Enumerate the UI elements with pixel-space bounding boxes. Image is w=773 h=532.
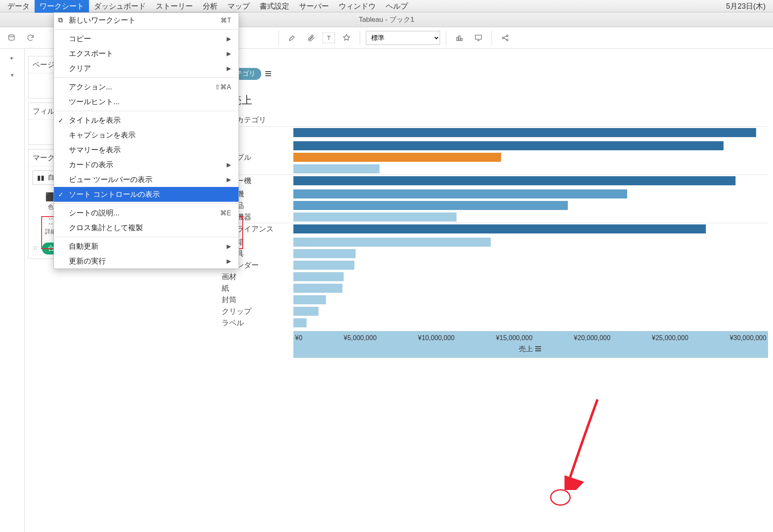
menu-item[interactable]: 更新の実行▶ — [54, 254, 239, 268]
mac-menubar: データ ワークシート ダッシュボード ストーリー 分析 マップ 書式設定 サーバ… — [0, 0, 773, 12]
menu-item[interactable]: 自動更新▶ — [54, 239, 239, 254]
sort-indicator-icon[interactable] — [265, 71, 273, 77]
bar[interactable] — [293, 307, 319, 316]
data-pane-icon[interactable]: ▸ — [7, 52, 18, 63]
share-icon[interactable] — [498, 30, 513, 45]
datasource-icon[interactable] — [4, 30, 19, 45]
annotation-circle — [550, 489, 571, 506]
category-label — [153, 317, 219, 329]
analytics-pane-icon[interactable]: ▾ — [7, 69, 18, 81]
menu-item[interactable]: ビュー ツールバーの表示▶ — [54, 172, 239, 187]
columns-shelf[interactable]: 合計(売上) — [153, 52, 763, 64]
worksheet-menu: ⧉新しいワークシート⌘Tコピー▶エクスポート▶クリア▶アクション...⇧⌘Aツー… — [54, 12, 239, 269]
rows-shelf[interactable]: ▦カテゴリ ▦サブカテゴリ — [153, 68, 763, 80]
highlight-icon[interactable] — [285, 30, 300, 45]
bar-cell — [293, 271, 768, 282]
menu-format[interactable]: 書式設定 — [255, 0, 294, 13]
left-strip: ▸ ▾ — [0, 49, 25, 532]
category-label — [153, 306, 219, 317]
window-title: Tableau - ブック1 — [358, 15, 414, 24]
axis-tick: ¥5,000,000 — [344, 334, 377, 342]
submenu-arrow-icon: ▶ — [227, 50, 231, 57]
menu-data[interactable]: データ — [2, 0, 35, 13]
subcategory-label: ラベル — [219, 317, 293, 329]
menu-story[interactable]: ストーリー — [151, 0, 198, 13]
bar[interactable] — [293, 141, 724, 150]
bar-cell — [293, 175, 768, 186]
axis-tick: ¥25,000,000 — [652, 334, 689, 342]
x-axis[interactable]: ¥0¥5,000,000¥10,000,000¥15,000,000¥20,00… — [293, 331, 768, 358]
text-icon[interactable]: T — [323, 33, 335, 43]
bar[interactable] — [293, 238, 491, 247]
menu-analysis[interactable]: 分析 — [198, 0, 223, 13]
submenu-arrow-icon: ▶ — [227, 176, 231, 183]
bar[interactable] — [293, 176, 736, 185]
bar[interactable] — [293, 318, 307, 327]
axis-title: 売上 — [519, 344, 533, 354]
menu-item[interactable]: ⧉新しいワークシート⌘T — [54, 13, 239, 28]
bar[interactable] — [293, 164, 379, 173]
refresh-icon[interactable] — [23, 30, 38, 45]
bar-cell — [293, 152, 768, 163]
menu-item[interactable]: ツールヒント... — [54, 94, 239, 109]
bar[interactable] — [293, 224, 706, 233]
menu-window[interactable]: ウィンドウ — [334, 0, 381, 13]
menu-map[interactable]: マップ — [223, 0, 255, 13]
bar[interactable] — [293, 212, 457, 222]
presentation-icon[interactable] — [471, 30, 486, 45]
menu-help[interactable]: ヘルプ — [381, 0, 413, 13]
svg-rect-3 — [461, 38, 462, 40]
menu-worksheet[interactable]: ワークシート — [35, 0, 89, 13]
sheet-title[interactable]: サブカテゴリ別売上 — [153, 93, 768, 107]
detail-icon: ⁚⁚ — [48, 217, 53, 226]
axis-sort-icon[interactable] — [535, 346, 543, 352]
axis-tick: ¥0 — [295, 334, 302, 342]
check-icon: ✓ — [58, 117, 63, 124]
menu-item[interactable]: アクション...⇧⌘A — [54, 79, 239, 94]
category-label — [153, 271, 219, 282]
menu-item[interactable]: キャプションを表示 — [54, 128, 239, 142]
check-icon: ✓ — [58, 191, 63, 198]
view-area: 合計(売上) ▦カテゴリ ▦サブカテゴリ サブカテゴリ別売上 カテゴリ サブカテ… — [148, 49, 773, 532]
menu-item[interactable]: クロス集計として複製 — [54, 220, 239, 235]
bar[interactable] — [293, 249, 356, 258]
submenu-arrow-icon: ▶ — [227, 161, 231, 168]
menu-item[interactable]: ✓ソート コントロールの表示 — [54, 187, 239, 202]
bar-cell — [293, 140, 768, 152]
menu-item[interactable]: コピー▶ — [54, 31, 239, 46]
axis-tick: ¥15,000,000 — [496, 334, 532, 342]
bar-cell — [293, 223, 768, 234]
bar[interactable] — [293, 284, 342, 293]
subcategory-label: クリップ — [219, 306, 293, 317]
bar[interactable] — [293, 261, 354, 270]
menu-item[interactable]: エクスポート▶ — [54, 46, 239, 61]
menu-dashboard[interactable]: ダッシュボード — [89, 0, 151, 13]
bar-icon: ▮▮ — [37, 174, 45, 182]
axis-tick: ¥20,000,000 — [574, 334, 611, 342]
menubar-date: 5月23日(木) — [726, 1, 771, 11]
menu-item[interactable]: シートの説明...⌘E — [54, 205, 239, 220]
attachment-icon[interactable] — [304, 30, 319, 45]
menu-item[interactable]: ✓タイトルを表示 — [54, 113, 239, 128]
bar[interactable] — [293, 201, 568, 210]
pin-icon[interactable] — [339, 30, 354, 45]
bar[interactable] — [293, 272, 344, 281]
bar[interactable] — [293, 128, 756, 137]
menu-server[interactable]: サーバー — [294, 0, 334, 13]
annotation-arrow — [565, 395, 606, 490]
submenu-arrow-icon: ▶ — [227, 243, 231, 250]
menu-item[interactable]: サマリーを表示 — [54, 142, 239, 157]
bar[interactable] — [293, 153, 501, 162]
bar[interactable] — [293, 295, 326, 304]
submenu-arrow-icon: ▶ — [227, 65, 231, 72]
bar-cell — [293, 306, 768, 317]
bar[interactable] — [293, 189, 627, 198]
axis-tick: ¥30,000,000 — [730, 334, 766, 342]
fit-dropdown[interactable]: 標準 — [366, 31, 440, 45]
menu-item[interactable]: クリア▶ — [54, 61, 239, 76]
bar-cell — [293, 127, 768, 138]
menu-item[interactable]: カードの表示▶ — [54, 157, 239, 172]
showme-icon[interactable] — [452, 30, 467, 45]
color-dots-icon: ⁙ — [33, 245, 38, 252]
submenu-arrow-icon: ▶ — [227, 35, 231, 42]
